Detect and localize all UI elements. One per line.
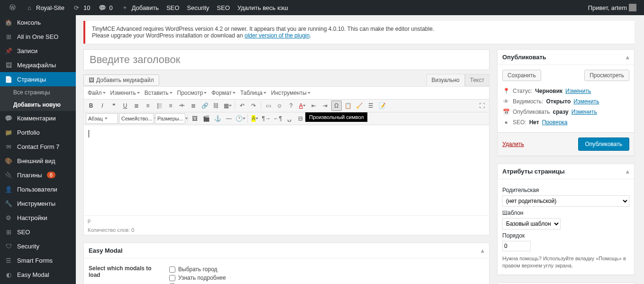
site-name: Royal-Site xyxy=(36,4,64,11)
topbar-seo2[interactable]: SEO xyxy=(213,0,234,15)
topbar-seo[interactable]: SEO xyxy=(163,0,183,15)
my-account[interactable]: Привет, artem xyxy=(584,0,640,15)
topbar-cache[interactable]: Удалить весь кэш xyxy=(234,0,292,15)
site-link[interactable]: ⌂Royal-Site xyxy=(21,0,68,15)
comments-link[interactable]: 💬0 xyxy=(94,0,116,15)
updates-link[interactable]: ⟳10 xyxy=(68,0,94,15)
topbar-security[interactable]: Security xyxy=(183,0,213,15)
add-new-link[interactable]: ＋Добавить xyxy=(117,0,163,15)
avatar xyxy=(629,4,636,11)
wp-logo[interactable]: Ⓦ xyxy=(4,0,21,15)
admin-bar: Ⓦ ⌂Royal-Site ⟳10 💬0 ＋Добавить SEO Secur… xyxy=(0,0,644,15)
